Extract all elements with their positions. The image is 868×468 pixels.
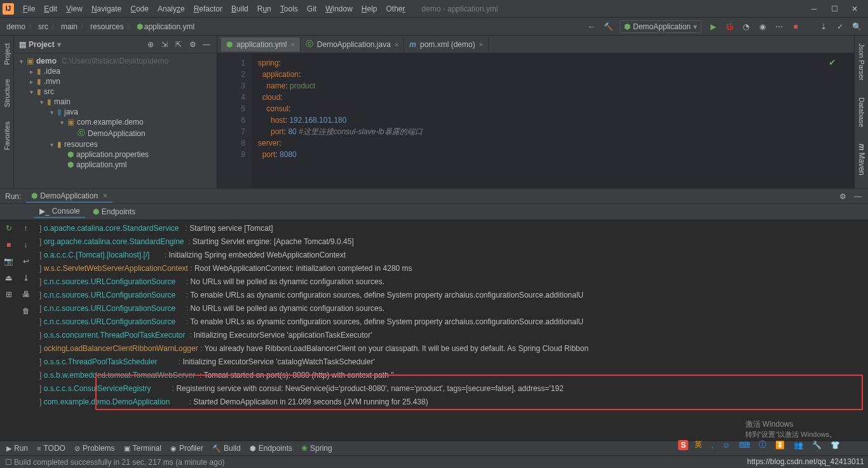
tab-demo-application[interactable]: ⓒDemoApplication.java× [301, 36, 405, 52]
scroll-end[interactable]: ⤓ [21, 273, 31, 283]
clear-button[interactable]: 🗑 [21, 306, 31, 316]
menu-tools[interactable]: Tools [276, 3, 302, 15]
build-button[interactable]: 🔨 [603, 22, 613, 32]
tab-pom[interactable]: mpom.xml (demo)× [404, 38, 489, 52]
rail-json-parser[interactable]: Json Parser [857, 39, 867, 85]
bottom-todo[interactable]: ≡ TODO [37, 444, 65, 453]
run-tab-active[interactable]: ⬢DemoApplication× [26, 190, 112, 203]
menu-window[interactable]: Window [322, 3, 356, 15]
tree-idea[interactable]: ▸▮.idea [18, 66, 213, 76]
tree-pkg[interactable]: ▾▣com.example.demo [18, 117, 213, 127]
bottom-profiler[interactable]: ◉ Profiler [170, 444, 203, 453]
status-icon: ☐ [5, 458, 12, 467]
bottom-spring[interactable]: ❀ Spring [301, 444, 332, 453]
crumb-src[interactable]: src [38, 22, 48, 31]
menu-code[interactable]: Code [126, 3, 153, 15]
minimize-button[interactable]: ─ [810, 4, 818, 13]
rail-maven[interactable]: m Maven [856, 140, 867, 179]
run-tool-buttons: ↻ ■ 📷 ⏏ ⊞ ↑ ↓ ↩ ⤓ 🖶 🗑 [0, 219, 34, 441]
window-title: demo - application.yml [422, 4, 498, 13]
up-stack[interactable]: ↑ [21, 223, 31, 233]
run-config-name: DemoApplication [633, 22, 691, 31]
crumb-file[interactable]: ⬢application.yml [137, 22, 194, 31]
search-everywhere[interactable]: 🔍 [851, 22, 862, 32]
run-hide-icon[interactable]: — [853, 191, 863, 202]
endpoints-tab[interactable]: ⬢Endpoints [88, 206, 140, 217]
menu-other[interactable]: Other [383, 3, 409, 15]
watermark: https://blog.csdn.net/qq_42413011 [747, 457, 864, 466]
menu-run[interactable]: Run [254, 3, 275, 15]
run-config-selector[interactable]: ⬢ DemoApplication ▾ [620, 20, 702, 33]
exit-button[interactable]: ⏏ [4, 273, 14, 283]
run-label: Run: [5, 192, 21, 201]
select-opened-icon[interactable]: ⊕ [146, 39, 156, 50]
close-button[interactable]: ✕ [850, 4, 859, 13]
debug-button[interactable]: 🐞 [724, 22, 735, 32]
stop-run-button[interactable]: ■ [4, 240, 14, 250]
tree-resources[interactable]: ▾▮resources [18, 139, 213, 149]
hide-icon[interactable]: — [201, 39, 212, 50]
status-text: Build completed successfully in 21 sec, … [14, 458, 225, 467]
menu-build[interactable]: Build [227, 3, 252, 15]
tree-app-yml[interactable]: ⬢application.yml [18, 160, 213, 170]
tab-application-yml[interactable]: ⬢application.yml× [221, 38, 301, 52]
bottom-endpoints[interactable]: ⬢ Endpoints [250, 444, 292, 453]
dump-threads[interactable]: 📷 [4, 256, 14, 266]
console-output[interactable]: ] o.apache.catalina.core.StandardService… [34, 219, 868, 441]
rail-project[interactable]: Project [2, 39, 12, 69]
crumb-demo[interactable]: demo [6, 22, 25, 31]
rail-favorites[interactable]: Favorites [2, 118, 12, 154]
menu-view[interactable]: View [62, 3, 86, 15]
rail-structure[interactable]: Structure [2, 75, 12, 111]
tree-src[interactable]: ▾▮src [18, 86, 213, 97]
rail-database[interactable]: Database [857, 93, 867, 131]
bottom-run[interactable]: ▶ Run [6, 444, 28, 453]
collapse-all-icon[interactable]: ⇱ [173, 39, 184, 50]
git-update[interactable]: ⇣ [818, 22, 829, 32]
console-tab[interactable]: ▶_Console [34, 205, 85, 218]
bottom-build[interactable]: 🔨 Build [212, 444, 241, 453]
crumb-resources[interactable]: resources [90, 22, 124, 31]
rerun-button[interactable]: ↻ [4, 223, 14, 233]
run-button[interactable]: ▶ [708, 22, 718, 32]
menu-refactor[interactable]: Refactor [190, 3, 226, 15]
menu-file[interactable]: File [19, 3, 39, 15]
git-commit[interactable]: ✓ [835, 22, 845, 32]
breadcrumb: demo〉 src〉 main〉 resources〉 ⬢application… [6, 21, 194, 32]
down-stack[interactable]: ↓ [21, 240, 31, 250]
menu-analyze[interactable]: Analyze [154, 3, 189, 15]
tree-root[interactable]: ▾▣demoC:\Users\lhstack\Desktop\demo [18, 56, 213, 66]
ime-bar: S 英 , ☺ ⌨ ⓘ ⏬ 👥 🔧 👕 [678, 439, 843, 451]
main-toolbar: demo〉 src〉 main〉 resources〉 ⬢application… [0, 18, 868, 36]
layout-button[interactable]: ⊞ [4, 289, 14, 299]
run-settings-icon[interactable]: ⚙ [837, 191, 848, 202]
maximize-button[interactable]: ☐ [830, 4, 839, 13]
bottom-problems[interactable]: ⊘ Problems [74, 444, 115, 453]
menubar: File Edit View Navigate Code Analyze Ref… [19, 3, 409, 15]
tree-app-class[interactable]: ⓒDemoApplication [18, 127, 213, 139]
run-pane: Run: ⬢DemoApplication× ⚙ — ▶_Console ⬢En… [0, 188, 868, 441]
back-button[interactable]: ← [587, 22, 597, 32]
menu-edit[interactable]: Edit [40, 3, 61, 15]
tree-java[interactable]: ▾▮java [18, 107, 213, 117]
bottom-terminal[interactable]: ▣ Terminal [124, 444, 161, 453]
app-logo: IJ [3, 3, 14, 15]
tree-mvn[interactable]: ▸▮.mvn [18, 76, 213, 86]
statusbar: ☐ Build completed successfully in 21 sec… [0, 455, 868, 468]
soft-wrap[interactable]: ↩ [21, 256, 31, 266]
more-run[interactable]: ⋯ [774, 22, 784, 32]
settings-icon[interactable]: ⚙ [187, 39, 198, 50]
tree-app-props[interactable]: ⬢application.properties [18, 149, 213, 160]
expand-all-icon[interactable]: ⇲ [159, 39, 170, 50]
menu-help[interactable]: Help [358, 3, 381, 15]
menu-navigate[interactable]: Navigate [88, 3, 125, 15]
print-button[interactable]: 🖶 [21, 289, 31, 299]
stop-button[interactable]: ■ [790, 22, 801, 32]
crumb-main[interactable]: main [61, 22, 78, 31]
menu-git[interactable]: Git [303, 3, 320, 15]
tree-main[interactable]: ▾▮main [18, 97, 213, 107]
titlebar: IJ File Edit View Navigate Code Analyze … [0, 0, 868, 18]
profile-button[interactable]: ◉ [757, 22, 768, 32]
project-title[interactable]: ▤ Project ▾ [19, 40, 61, 49]
coverage-button[interactable]: ◔ [741, 22, 751, 32]
